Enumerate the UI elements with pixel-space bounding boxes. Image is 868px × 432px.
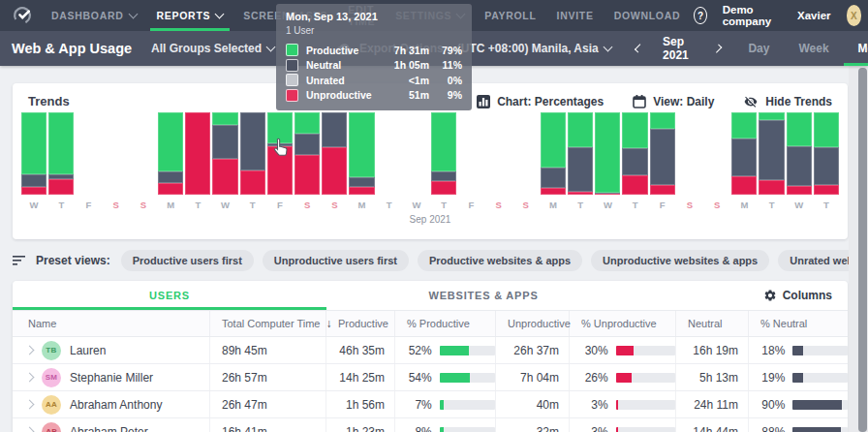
user-avatar: AP bbox=[42, 422, 61, 432]
stacked-bar[interactable] bbox=[650, 112, 675, 195]
stacked-bar[interactable] bbox=[568, 112, 593, 195]
stacked-bar[interactable] bbox=[322, 112, 347, 195]
chart-day-slot: F bbox=[75, 112, 102, 210]
unproductive-cell: 7h 04m bbox=[496, 364, 570, 390]
nav-item-invite[interactable]: INVITE bbox=[550, 0, 601, 31]
day-label: S bbox=[294, 195, 321, 210]
preset-pill[interactable]: Unproductive users first bbox=[263, 250, 409, 271]
view-tab-week[interactable]: Week bbox=[784, 31, 843, 66]
table-row[interactable]: AAAbraham Anthony26h 47m1h 56m7%40m3%24h… bbox=[13, 391, 848, 418]
page-scrollbar-thumb[interactable] bbox=[858, 68, 867, 432]
stacked-bar[interactable] bbox=[185, 112, 210, 195]
stacked-bar[interactable] bbox=[541, 112, 566, 195]
help-icon[interactable]: ? bbox=[694, 7, 706, 24]
user-name[interactable]: Xavier bbox=[797, 10, 831, 21]
next-period-icon[interactable] bbox=[713, 44, 722, 52]
stacked-bar[interactable] bbox=[759, 112, 784, 195]
stacked-bar[interactable] bbox=[48, 112, 74, 195]
stacked-bar[interactable] bbox=[731, 112, 757, 195]
percent-value: 54% bbox=[405, 371, 432, 385]
column-header-productive[interactable]: Productive bbox=[326, 311, 395, 336]
day-label: W bbox=[403, 195, 430, 210]
app-logo-icon[interactable] bbox=[12, 5, 33, 26]
nav-item-payroll[interactable]: PAYROLL bbox=[478, 0, 542, 31]
column-header-label: Unproductive bbox=[508, 318, 571, 329]
view-tab-day[interactable]: Day bbox=[733, 31, 784, 66]
column-header-unproductive[interactable]: Unproductive bbox=[496, 311, 570, 336]
tab-websites-apps[interactable]: WEBSITES & APPS bbox=[326, 281, 640, 310]
nav-item-download[interactable]: DOWNLOAD bbox=[607, 0, 688, 31]
stacked-bar[interactable] bbox=[349, 112, 374, 195]
stacked-bar[interactable] bbox=[622, 112, 647, 195]
tab-users[interactable]: USERS bbox=[13, 281, 326, 310]
chart-bar-area bbox=[184, 112, 211, 195]
user-name-cell[interactable]: AAAbraham Anthony bbox=[13, 391, 210, 417]
stacked-bar[interactable] bbox=[294, 112, 320, 195]
percent-productive-cell: 54% bbox=[395, 364, 496, 390]
column-header-neutral[interactable]: Neutral bbox=[676, 311, 749, 336]
groups-selector[interactable]: All Groups Selected bbox=[151, 42, 274, 55]
chevron-right-icon[interactable] bbox=[25, 346, 35, 355]
nav-item-dashboard[interactable]: DASHBOARD bbox=[45, 0, 143, 31]
total-computer-time-cell: 26h 47m bbox=[210, 391, 326, 417]
user-avatar[interactable]: X bbox=[847, 5, 862, 26]
preset-pill[interactable]: Productive websites & apps bbox=[418, 250, 582, 271]
preset-pill[interactable]: Unproductive websites & apps bbox=[591, 250, 769, 271]
chart-day-slot: T bbox=[184, 112, 211, 210]
column-header--productive[interactable]: % Productive bbox=[395, 311, 496, 336]
neutral-cell: 5h 13m bbox=[676, 364, 749, 390]
chevron-right-icon[interactable] bbox=[25, 427, 35, 432]
tooltip-row-value: 1h 05m bbox=[383, 59, 429, 71]
percent-value: 18% bbox=[759, 344, 785, 357]
bar-segment-productive bbox=[814, 112, 839, 147]
company-name[interactable]: Demo company bbox=[723, 4, 782, 27]
percent-bar-fill bbox=[616, 400, 618, 410]
chevron-right-icon[interactable] bbox=[25, 400, 35, 410]
trends-control-label: Hide Trends bbox=[765, 95, 832, 108]
stacked-bar[interactable] bbox=[787, 112, 812, 195]
column-header-label: Productive bbox=[338, 318, 388, 329]
column-header-name[interactable]: Name bbox=[13, 311, 210, 336]
stacked-bar[interactable] bbox=[212, 112, 237, 195]
trends-control-chart-percentages[interactable]: Chart: Percentages bbox=[477, 95, 604, 108]
stacked-bar[interactable] bbox=[595, 112, 620, 195]
chart-bar-area bbox=[348, 112, 375, 195]
day-label: T bbox=[430, 195, 457, 210]
timezone-selector[interactable]: (UTC +08:00) Manila, Asia bbox=[457, 42, 611, 55]
columns-button[interactable]: Columns bbox=[763, 281, 848, 310]
preset-views-row: Preset views: Productive users firstUnpr… bbox=[13, 250, 868, 271]
user-name-cell[interactable]: APAbraham Peter bbox=[13, 418, 210, 432]
bar-segment-unproductive bbox=[731, 176, 757, 195]
table-row[interactable]: APAbraham Peter16h 41m1h 23m8%32m3%14h 4… bbox=[13, 418, 848, 432]
nav-item-label: PAYROLL bbox=[484, 10, 536, 21]
stacked-bar[interactable] bbox=[240, 112, 265, 195]
prev-period-icon[interactable] bbox=[635, 44, 643, 52]
trends-control-view-daily[interactable]: View: Daily bbox=[633, 95, 714, 108]
percent-unproductive-cell: 3% bbox=[570, 418, 676, 432]
table-row[interactable]: TBLauren89h 45m46h 35m52%26h 37m30%16h 1… bbox=[13, 337, 848, 364]
preset-pill[interactable]: Productive users first bbox=[121, 250, 254, 271]
column-header--neutral[interactable]: % Neutral bbox=[749, 311, 848, 336]
user-name-cell[interactable]: SMStephanie Miller bbox=[13, 364, 210, 390]
column-header-total-computer-time[interactable]: Total Computer Time↓ bbox=[210, 311, 326, 336]
column-header--unproductive[interactable]: % Unproductive bbox=[570, 311, 676, 336]
chart-day-slot: T bbox=[430, 112, 457, 210]
stacked-bar[interactable] bbox=[267, 112, 293, 195]
user-name-cell[interactable]: TBLauren bbox=[13, 337, 210, 363]
stacked-bar[interactable] bbox=[158, 112, 183, 195]
trends-control-hide-trends[interactable]: Hide Trends bbox=[743, 95, 832, 108]
stacked-bar[interactable] bbox=[431, 112, 456, 195]
table-row[interactable]: SMStephanie Miller26h 57m14h 25m54%7h 04… bbox=[13, 364, 848, 391]
view-tab-month[interactable]: Month bbox=[844, 31, 868, 66]
chart-day-slot: F bbox=[649, 112, 676, 210]
bar-segment-productive bbox=[349, 112, 374, 177]
chevron-right-icon[interactable] bbox=[25, 373, 35, 383]
stacked-bar[interactable] bbox=[814, 112, 839, 195]
bar-segment-neutral bbox=[787, 146, 812, 186]
day-label: S bbox=[484, 195, 512, 210]
percent-value: 19% bbox=[759, 371, 785, 385]
stacked-bar[interactable] bbox=[21, 112, 46, 195]
nav-item-reports[interactable]: REPORTS bbox=[150, 0, 231, 31]
page-scrollbar-track[interactable] bbox=[849, 66, 868, 432]
column-header-label: % Neutral bbox=[760, 318, 807, 329]
